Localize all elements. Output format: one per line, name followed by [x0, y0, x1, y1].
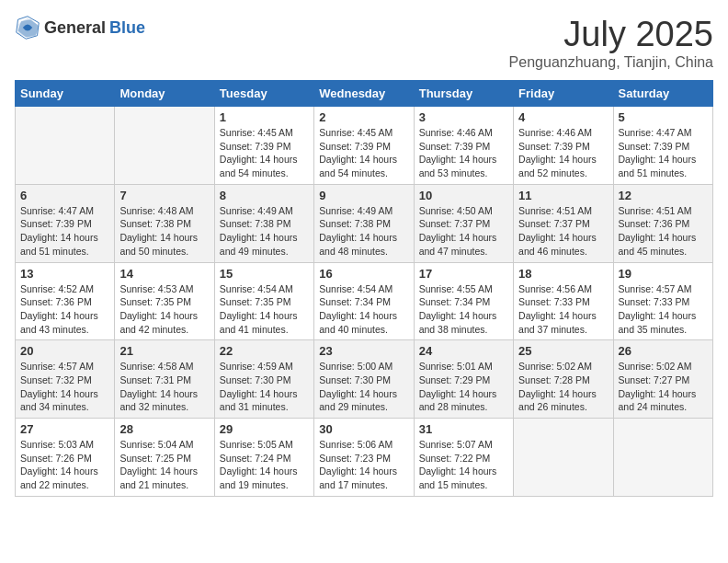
- calendar-week-row: 1Sunrise: 4:45 AMSunset: 7:39 PMDaylight…: [16, 107, 713, 185]
- day-info: Sunrise: 5:04 AMSunset: 7:25 PMDaylight:…: [119, 438, 209, 492]
- day-info: Sunrise: 4:48 AMSunset: 7:38 PMDaylight:…: [119, 204, 209, 259]
- calendar-day-cell: [115, 107, 214, 185]
- day-number: 6: [20, 189, 109, 202]
- day-info: Sunrise: 4:52 AMSunset: 7:36 PMDaylight:…: [20, 282, 109, 337]
- day-info: Sunrise: 5:03 AMSunset: 7:26 PMDaylight:…: [20, 438, 109, 492]
- day-info: Sunrise: 4:53 AMSunset: 7:35 PMDaylight:…: [119, 282, 209, 337]
- day-number: 12: [619, 189, 708, 202]
- day-number: 7: [119, 189, 209, 202]
- calendar-day-cell: 2Sunrise: 4:45 AMSunset: 7:39 PMDaylight…: [314, 107, 414, 185]
- calendar-day-cell: 29Sunrise: 5:05 AMSunset: 7:24 PMDayligh…: [214, 419, 313, 497]
- day-number: 1: [220, 110, 309, 124]
- day-info: Sunrise: 4:49 AMSunset: 7:38 PMDaylight:…: [319, 204, 408, 259]
- calendar-day-cell: 15Sunrise: 4:54 AMSunset: 7:35 PMDayligh…: [214, 262, 313, 340]
- day-number: 23: [319, 344, 408, 358]
- calendar-week-row: 27Sunrise: 5:03 AMSunset: 7:26 PMDayligh…: [16, 419, 713, 497]
- calendar-day-cell: 6Sunrise: 4:47 AMSunset: 7:39 PMDaylight…: [16, 184, 115, 262]
- calendar-day-cell: 19Sunrise: 4:57 AMSunset: 7:33 PMDayligh…: [613, 262, 712, 340]
- day-info: Sunrise: 4:58 AMSunset: 7:31 PMDaylight:…: [119, 360, 209, 414]
- day-info: Sunrise: 4:45 AMSunset: 7:39 PMDaylight:…: [220, 126, 309, 180]
- day-number: 20: [20, 344, 109, 358]
- logo-icon: [15, 15, 40, 40]
- logo: GeneralBlue: [15, 15, 145, 40]
- title-area: July 2025 Penguanzhuang, Tianjin, China: [509, 15, 713, 71]
- day-number: 26: [619, 344, 708, 358]
- day-info: Sunrise: 5:05 AMSunset: 7:24 PMDaylight:…: [220, 438, 309, 492]
- calendar-day-cell: 31Sunrise: 5:07 AMSunset: 7:22 PMDayligh…: [414, 419, 513, 497]
- day-number: 27: [20, 422, 109, 436]
- calendar-day-cell: 13Sunrise: 4:52 AMSunset: 7:36 PMDayligh…: [16, 262, 115, 340]
- day-info: Sunrise: 4:51 AMSunset: 7:36 PMDaylight:…: [619, 204, 708, 259]
- weekday-header: Friday: [514, 81, 613, 107]
- day-info: Sunrise: 4:57 AMSunset: 7:33 PMDaylight:…: [619, 282, 708, 337]
- day-number: 22: [220, 344, 309, 358]
- calendar-day-cell: 16Sunrise: 4:54 AMSunset: 7:34 PMDayligh…: [314, 262, 414, 340]
- weekday-header-row: SundayMondayTuesdayWednesdayThursdayFrid…: [16, 81, 713, 107]
- logo-blue: Blue: [109, 18, 145, 38]
- day-number: 13: [20, 267, 109, 281]
- calendar-day-cell: 9Sunrise: 4:49 AMSunset: 7:38 PMDaylight…: [314, 184, 414, 262]
- calendar-day-cell: 5Sunrise: 4:47 AMSunset: 7:39 PMDaylight…: [613, 107, 712, 185]
- day-number: 24: [419, 344, 508, 358]
- calendar-day-cell: 27Sunrise: 5:03 AMSunset: 7:26 PMDayligh…: [16, 419, 115, 497]
- calendar-day-cell: 28Sunrise: 5:04 AMSunset: 7:25 PMDayligh…: [115, 419, 214, 497]
- calendar-day-cell: 3Sunrise: 4:46 AMSunset: 7:39 PMDaylight…: [414, 107, 513, 185]
- calendar-day-cell: 7Sunrise: 4:48 AMSunset: 7:38 PMDaylight…: [115, 184, 214, 262]
- calendar-day-cell: 22Sunrise: 4:59 AMSunset: 7:30 PMDayligh…: [214, 340, 313, 419]
- calendar-day-cell: 17Sunrise: 4:55 AMSunset: 7:34 PMDayligh…: [414, 262, 513, 340]
- calendar-day-cell: 21Sunrise: 4:58 AMSunset: 7:31 PMDayligh…: [115, 340, 214, 419]
- day-number: 9: [319, 189, 408, 202]
- day-number: 25: [518, 344, 608, 358]
- day-info: Sunrise: 4:50 AMSunset: 7:37 PMDaylight:…: [419, 204, 508, 259]
- day-info: Sunrise: 4:54 AMSunset: 7:34 PMDaylight:…: [319, 282, 408, 337]
- day-number: 17: [419, 267, 508, 281]
- weekday-header: Monday: [115, 81, 214, 107]
- calendar-day-cell: 1Sunrise: 4:45 AMSunset: 7:39 PMDaylight…: [214, 107, 313, 185]
- month-title: July 2025: [509, 15, 713, 54]
- day-info: Sunrise: 4:54 AMSunset: 7:35 PMDaylight:…: [220, 282, 309, 337]
- day-number: 18: [518, 267, 608, 281]
- page-header: GeneralBlue July 2025 Penguanzhuang, Tia…: [15, 15, 713, 71]
- day-number: 2: [319, 110, 408, 124]
- calendar-day-cell: 26Sunrise: 5:02 AMSunset: 7:27 PMDayligh…: [613, 340, 712, 419]
- calendar-week-row: 6Sunrise: 4:47 AMSunset: 7:39 PMDaylight…: [16, 184, 713, 262]
- day-info: Sunrise: 4:51 AMSunset: 7:37 PMDaylight:…: [518, 204, 608, 259]
- calendar-day-cell: 11Sunrise: 4:51 AMSunset: 7:37 PMDayligh…: [514, 184, 613, 262]
- day-number: 14: [119, 267, 209, 281]
- day-info: Sunrise: 4:46 AMSunset: 7:39 PMDaylight:…: [419, 126, 508, 180]
- day-info: Sunrise: 4:47 AMSunset: 7:39 PMDaylight:…: [619, 126, 708, 180]
- calendar-day-cell: 25Sunrise: 5:02 AMSunset: 7:28 PMDayligh…: [514, 340, 613, 419]
- weekday-header: Thursday: [414, 81, 513, 107]
- calendar-day-cell: [16, 107, 115, 185]
- weekday-header: Wednesday: [314, 81, 414, 107]
- day-info: Sunrise: 5:02 AMSunset: 7:28 PMDaylight:…: [518, 360, 608, 414]
- calendar-week-row: 13Sunrise: 4:52 AMSunset: 7:36 PMDayligh…: [16, 262, 713, 340]
- day-number: 11: [518, 189, 608, 202]
- day-info: Sunrise: 4:55 AMSunset: 7:34 PMDaylight:…: [419, 282, 508, 337]
- day-info: Sunrise: 5:01 AMSunset: 7:29 PMDaylight:…: [419, 360, 508, 414]
- day-info: Sunrise: 5:06 AMSunset: 7:23 PMDaylight:…: [319, 438, 408, 492]
- weekday-header: Saturday: [613, 81, 712, 107]
- day-info: Sunrise: 4:57 AMSunset: 7:32 PMDaylight:…: [20, 360, 109, 414]
- day-number: 29: [220, 422, 309, 436]
- calendar-day-cell: 24Sunrise: 5:01 AMSunset: 7:29 PMDayligh…: [414, 340, 513, 419]
- day-info: Sunrise: 4:46 AMSunset: 7:39 PMDaylight:…: [518, 126, 608, 180]
- day-number: 5: [619, 110, 708, 124]
- day-number: 16: [319, 267, 408, 281]
- weekday-header: Tuesday: [214, 81, 313, 107]
- calendar-day-cell: 30Sunrise: 5:06 AMSunset: 7:23 PMDayligh…: [314, 419, 414, 497]
- location-title: Penguanzhuang, Tianjin, China: [509, 54, 713, 71]
- logo-general: General: [44, 18, 106, 38]
- day-number: 19: [619, 267, 708, 281]
- weekday-header: Sunday: [16, 81, 115, 107]
- day-info: Sunrise: 4:47 AMSunset: 7:39 PMDaylight:…: [20, 204, 109, 259]
- calendar-day-cell: 23Sunrise: 5:00 AMSunset: 7:30 PMDayligh…: [314, 340, 414, 419]
- day-number: 8: [220, 189, 309, 202]
- day-info: Sunrise: 4:49 AMSunset: 7:38 PMDaylight:…: [220, 204, 309, 259]
- calendar-table: SundayMondayTuesdayWednesdayThursdayFrid…: [15, 80, 713, 497]
- calendar-day-cell: [613, 419, 712, 497]
- day-info: Sunrise: 4:56 AMSunset: 7:33 PMDaylight:…: [518, 282, 608, 337]
- calendar-day-cell: 18Sunrise: 4:56 AMSunset: 7:33 PMDayligh…: [514, 262, 613, 340]
- calendar-day-cell: 12Sunrise: 4:51 AMSunset: 7:36 PMDayligh…: [613, 184, 712, 262]
- calendar-week-row: 20Sunrise: 4:57 AMSunset: 7:32 PMDayligh…: [16, 340, 713, 419]
